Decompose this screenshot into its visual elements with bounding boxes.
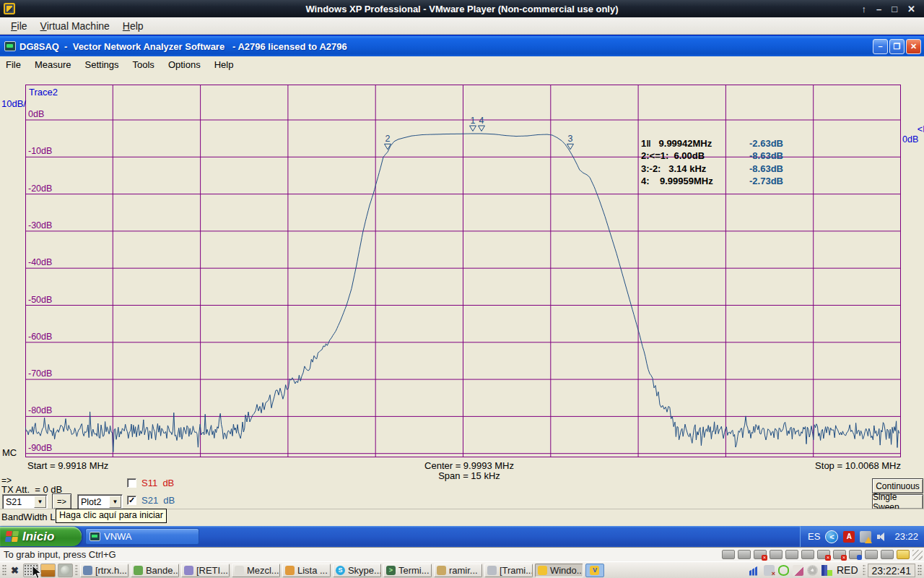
panel-drag-handle[interactable]: [2, 564, 6, 576]
harddisk-error-icon[interactable]: [754, 550, 767, 559]
start-frequency-label: Start = 9.9918 MHz: [27, 460, 108, 471]
taskbar-window-media-player[interactable]: [rtrx.h...: [80, 564, 128, 577]
vnwa-minimize-button[interactable]: –: [873, 39, 888, 54]
audio-device-2-icon[interactable]: [881, 550, 894, 559]
y-tick-label: -90dB: [28, 443, 52, 453]
menu-virtual-machine[interactable]: Virtual Machine: [34, 19, 116, 33]
tooltip: Haga clic aquí para iniciar: [56, 509, 167, 523]
y-tick-label: -30dB: [28, 220, 52, 230]
marker2-readout-label: 2:<=1: 6.00dB: [641, 150, 749, 163]
volume-icon[interactable]: [876, 531, 888, 543]
taskbar-window-image-viewer[interactable]: Bande...: [131, 564, 179, 577]
window-button-label: [RETI...: [196, 565, 228, 576]
menu-file[interactable]: File: [4, 19, 34, 33]
vnwa-app-icon: [4, 41, 16, 51]
cdrom-icon[interactable]: [738, 550, 751, 559]
folder-icon: [437, 566, 446, 575]
audio-device-icon[interactable]: [865, 550, 878, 559]
vnwa-menu-file[interactable]: File: [6, 58, 27, 72]
taskbar-window-vmware[interactable]: Windo...: [535, 564, 583, 577]
sound-icon[interactable]: [801, 550, 814, 559]
notes-icon[interactable]: [897, 550, 910, 559]
taskbar-window-skype[interactable]: SSkype...: [333, 564, 381, 577]
marker-readout: 1‖ 9.99942MHz-2.63dB 2:<=1: 6.00dB-8.63d…: [641, 138, 821, 189]
host-taskbar: ✖ [rtrx.h...Bande...[RETI...Mezcl...List…: [0, 561, 924, 578]
maximize-icon[interactable]: □: [892, 4, 897, 14]
single-sweep-button[interactable]: Single Sweep: [872, 494, 923, 509]
vnwa-menu-measure[interactable]: Measure: [35, 58, 78, 72]
marker-4-icon[interactable]: [479, 126, 485, 131]
start-button[interactable]: Inicio: [0, 527, 82, 546]
taskbar-window-terminal[interactable]: >Termi...: [383, 564, 432, 577]
s11-checkbox[interactable]: [127, 478, 136, 488]
language-indicator[interactable]: ES: [808, 531, 820, 542]
floppy-icon[interactable]: [722, 550, 735, 559]
plot-select[interactable]: Plot2 ▼: [77, 494, 123, 509]
taskbar-window-folder[interactable]: ramir...: [434, 564, 482, 577]
vnwa-menu-options[interactable]: Options: [168, 58, 207, 72]
hide-icons-chevron-icon[interactable]: <: [825, 530, 838, 543]
marker-2-number: 2: [385, 134, 391, 144]
signal-strength-icon[interactable]: [749, 565, 760, 576]
source-select[interactable]: S21 ▼: [2, 494, 48, 509]
y-tick-label: -40dB: [28, 257, 52, 267]
chevron-down-icon[interactable]: ▼: [34, 496, 46, 508]
trace-label: Trace2: [29, 87, 58, 98]
network-error-icon[interactable]: [833, 550, 846, 559]
xp-clock[interactable]: 23:22: [894, 531, 918, 542]
chat-offline-icon[interactable]: [764, 565, 775, 576]
file-cabinet-icon[interactable]: [40, 564, 56, 577]
vnwa-menu-settings[interactable]: Settings: [85, 58, 126, 72]
adobe-reader-icon[interactable]: A: [843, 531, 855, 543]
windows-flag-icon: [5, 531, 19, 542]
usb-device-icon[interactable]: [849, 550, 862, 559]
taskbar-window-pidgin[interactable]: Lista ...: [282, 564, 331, 577]
vmware-tools-warning-icon[interactable]: [860, 531, 871, 543]
menu-help[interactable]: Help: [116, 19, 150, 33]
close-icon[interactable]: ✕: [907, 4, 915, 14]
window-button-label: ramir...: [449, 565, 478, 576]
vnwa-restore-button[interactable]: ❐: [889, 39, 905, 54]
taskbar-vmware-button[interactable]: V: [585, 564, 604, 577]
panel-drag-handle[interactable]: [918, 564, 922, 576]
vmware-icon: [538, 566, 547, 575]
vnwa-close-button[interactable]: ✕: [906, 39, 921, 54]
usb-error-icon[interactable]: [817, 550, 830, 559]
volume-muted-icon[interactable]: [807, 565, 818, 576]
window-button-label: Bande...: [146, 565, 179, 576]
vnwa-menubar: File Measure Settings Tools Options Help: [0, 56, 924, 72]
disk-chart-icon[interactable]: [821, 565, 832, 576]
vnwa-titlebar[interactable]: DG8SAQ - Vector Network Analyzer Softwar…: [0, 36, 924, 56]
dark-x-icon[interactable]: ✖: [9, 565, 21, 576]
terminal-icon: >: [386, 566, 396, 575]
printer-icon[interactable]: [785, 550, 798, 559]
taskbar-window-mixer[interactable]: Mezcl...: [232, 564, 280, 577]
network-label: RED: [834, 564, 860, 576]
vmware-icon: V: [590, 566, 599, 575]
chevron-down-icon[interactable]: ▼: [109, 496, 121, 508]
y-tick-label: -80dB: [28, 405, 52, 415]
taskbar-window-browser-globe[interactable]: [RETI...: [181, 564, 230, 577]
taskbar-window-document[interactable]: [Trami...: [484, 564, 533, 577]
vnwa-task-icon: [90, 532, 100, 541]
mixer-icon: [235, 566, 244, 575]
host-clock[interactable]: 23:22:41: [868, 564, 916, 577]
usb-controller-icon[interactable]: [770, 550, 783, 559]
vnwa-menu-tools[interactable]: Tools: [133, 58, 161, 72]
assign-button[interactable]: =>: [52, 493, 71, 509]
fullscreen-arrow-icon[interactable]: ↑: [862, 4, 867, 14]
marker1-readout-label: 1‖ 9.99942MHz: [641, 138, 749, 150]
separator: [863, 564, 866, 576]
marker-1-icon[interactable]: [470, 126, 476, 131]
messenger-oval-icon[interactable]: [778, 565, 789, 576]
paint-icon[interactable]: [793, 565, 803, 576]
vm-screen: DG8SAQ - Vector Network Analyzer Softwar…: [0, 35, 924, 547]
s21-checkbox[interactable]: ✓: [127, 496, 136, 505]
taskbar-task-vnwa[interactable]: VNWA: [85, 528, 199, 545]
vmware-menubar: File Virtual Machine Help: [0, 17, 924, 35]
plot-area[interactable]: 0dB-10dB-20dB-30dB-40dB-50dB-60dB-70dB-8…: [25, 85, 901, 457]
minimize-icon[interactable]: –: [876, 4, 881, 14]
vnwa-menu-help[interactable]: Help: [214, 58, 240, 72]
workspace-orb-icon[interactable]: [58, 564, 73, 577]
resize-grip-icon[interactable]: [912, 550, 923, 560]
